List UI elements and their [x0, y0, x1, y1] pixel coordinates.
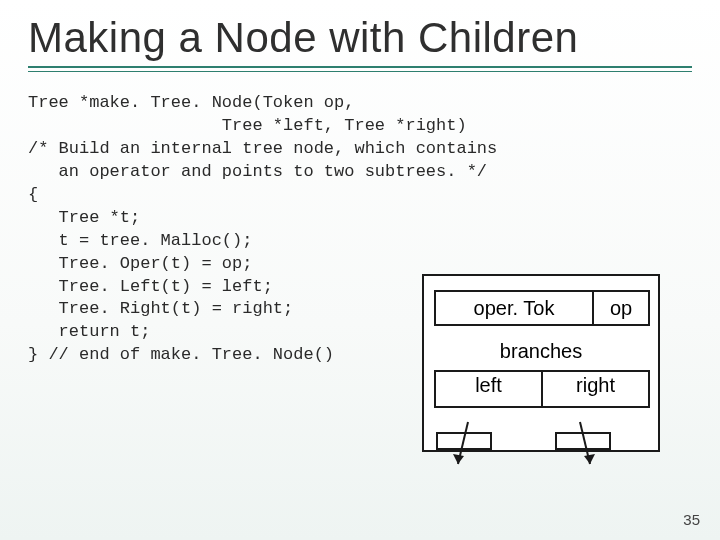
code-line: Tree *left, Tree *right) [28, 116, 467, 135]
left-label: left [475, 374, 502, 406]
title-underline-thin [28, 71, 692, 72]
oper-label: oper. Tok [436, 292, 592, 324]
code-line: Tree. Left(t) = left; [28, 277, 273, 296]
slide: Making a Node with Children Tree *make. … [0, 0, 720, 540]
code-line: } // end of make. Tree. Node() [28, 345, 334, 364]
code-line: an operator and points to two subtrees. … [28, 162, 487, 181]
left-cell: left [436, 372, 541, 406]
node-diagram: oper. Tok op branches left right [422, 274, 660, 464]
code-line: return t; [28, 322, 150, 341]
node-outer-box: oper. Tok op branches left right [422, 274, 660, 452]
code-line: Tree. Right(t) = right; [28, 299, 293, 318]
title-area: Making a Node with Children [28, 0, 692, 74]
slide-number: 35 [683, 511, 700, 528]
left-pointer-box [436, 432, 492, 450]
code-line: Tree *t; [28, 208, 140, 227]
code-line: Tree *make. Tree. Node(Token op, [28, 93, 354, 112]
branches-label: branches [424, 340, 658, 363]
right-cell: right [543, 372, 648, 406]
svg-marker-3 [584, 454, 595, 464]
title-underline-thick [28, 66, 692, 68]
right-label: right [576, 374, 615, 406]
code-line: /* Build an internal tree node, which co… [28, 139, 497, 158]
svg-marker-1 [453, 454, 464, 464]
code-line: Tree. Oper(t) = op; [28, 254, 252, 273]
slide-title: Making a Node with Children [28, 14, 692, 62]
oper-value: op [594, 292, 648, 324]
code-line: { [28, 185, 38, 204]
code-line: t = tree. Malloc(); [28, 231, 252, 250]
branches-row: left right [434, 370, 650, 408]
content-area: Tree *make. Tree. Node(Token op, Tree *l… [28, 92, 692, 367]
oper-row: oper. Tok op [434, 290, 650, 326]
right-pointer-box [555, 432, 611, 450]
